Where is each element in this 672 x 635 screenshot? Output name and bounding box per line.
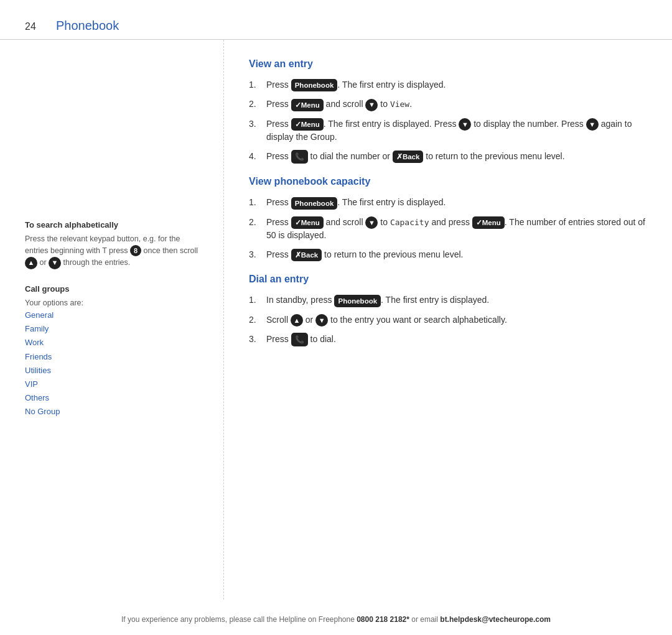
footer-email: bt.helpdesk@vtecheurope.com (440, 615, 551, 624)
menu-btn-c2a: ✓Menu (291, 216, 324, 229)
menu-btn-c2b: ✓Menu (472, 216, 505, 229)
view-entry-step-1: 1. Press Phonebook. The first entry is d… (249, 78, 647, 91)
group-general: General (25, 308, 198, 322)
group-work: Work (25, 336, 198, 350)
left-sidebar: To search alphabetically Press the relev… (0, 40, 224, 600)
phonebook-btn-d1: Phonebook (334, 295, 381, 307)
search-heading: To search alphabetically (25, 220, 198, 229)
capacity-step-1: 1. Press Phonebook. The first entry is d… (249, 196, 647, 209)
back-btn-4: ✗Back (393, 151, 424, 163)
scroll-down-d2: ▼ (315, 314, 328, 327)
dial-step-1: 1. In standby, press Phonebook. The firs… (249, 294, 647, 307)
view-capacity-section: View phonebook capacity 1. Press Phonebo… (249, 176, 647, 261)
call-groups-intro: Your options are: (25, 297, 198, 309)
group-friends: Friends (25, 350, 198, 364)
footer-text-normal: If you experience any problems, please c… (121, 615, 357, 624)
capacity-step-2: 2. Press ✓Menu and scroll ▼ to Capacity … (249, 216, 647, 242)
view-mono: View (390, 100, 409, 109)
dial-entry-heading: Dial an entry (249, 274, 647, 285)
view-entry-step-2: 2. Press ✓Menu and scroll ▼ to View. (249, 98, 647, 111)
scroll-down-2: ▼ (365, 99, 378, 111)
page-title: Phonebook (56, 19, 119, 33)
view-entry-step-3: 3. Press ✓Menu. The first entry is displ… (249, 118, 647, 144)
content-wrapper: To search alphabetically Press the relev… (0, 40, 672, 600)
search-text: Press the relevant keypad button, e.g. f… (25, 233, 198, 269)
call-groups-section: Call groups Your options are: General Fa… (25, 284, 198, 419)
scroll-down-3a: ▼ (459, 118, 471, 131)
footer-text-or: or email (409, 615, 440, 624)
dial-step-3: 3. Press 📞 to dial. (249, 333, 647, 346)
scroll-up-d2: ▲ (291, 314, 303, 327)
dial-step-2: 2. Scroll ▲ or ▼ to the entry you want o… (249, 313, 647, 327)
view-entry-steps: 1. Press Phonebook. The first entry is d… (249, 78, 647, 164)
group-family: Family (25, 322, 198, 336)
scroll-down-c2: ▼ (365, 216, 378, 229)
phonebook-btn-1: Phonebook (291, 79, 338, 91)
capacity-mono: Capacity (390, 218, 429, 227)
group-others: Others (25, 391, 198, 405)
scroll-down-3b: ▼ (586, 118, 599, 131)
back-btn-c3: ✗Back (291, 249, 322, 261)
t-button-icon: 8 (130, 245, 141, 256)
footer-phone: 0800 218 2182* (357, 615, 409, 624)
view-entry-step-4: 4. Press 📞 to dial the number or ✗Back t… (249, 150, 647, 164)
view-capacity-steps: 1. Press Phonebook. The first entry is d… (249, 196, 647, 261)
group-no-group: No Group (25, 405, 198, 419)
call-groups-heading: Call groups (25, 284, 198, 294)
group-vip: VIP (25, 378, 198, 391)
phonebook-btn-c1: Phonebook (291, 197, 338, 210)
call-btn-d3: 📞 (291, 333, 308, 346)
right-content: View an entry 1. Press Phonebook. The fi… (224, 40, 672, 600)
groups-list: General Family Work Friends Utilities VI… (25, 308, 198, 419)
search-section: To search alphabetically Press the relev… (25, 220, 198, 269)
page-header: 24 Phonebook (0, 0, 672, 40)
down-scroll-icon: ▼ (49, 257, 61, 269)
capacity-step-3: 3. Press ✗Back to return to the previous… (249, 248, 647, 261)
call-btn-4: 📞 (291, 150, 308, 164)
menu-btn-2a: ✓Menu (291, 99, 324, 111)
dial-entry-steps: 1. In standby, press Phonebook. The firs… (249, 294, 647, 346)
page-footer: If you experience any problems, please c… (0, 615, 672, 624)
view-entry-section: View an entry 1. Press Phonebook. The fi… (249, 58, 647, 164)
view-entry-heading: View an entry (249, 58, 647, 70)
menu-btn-3: ✓Menu (291, 118, 324, 131)
view-capacity-heading: View phonebook capacity (249, 176, 647, 187)
up-scroll-icon: ▲ (25, 257, 37, 269)
dial-entry-section: Dial an entry 1. In standby, press Phone… (249, 274, 647, 346)
page-number: 24 (25, 21, 44, 32)
group-utilities: Utilities (25, 364, 198, 378)
